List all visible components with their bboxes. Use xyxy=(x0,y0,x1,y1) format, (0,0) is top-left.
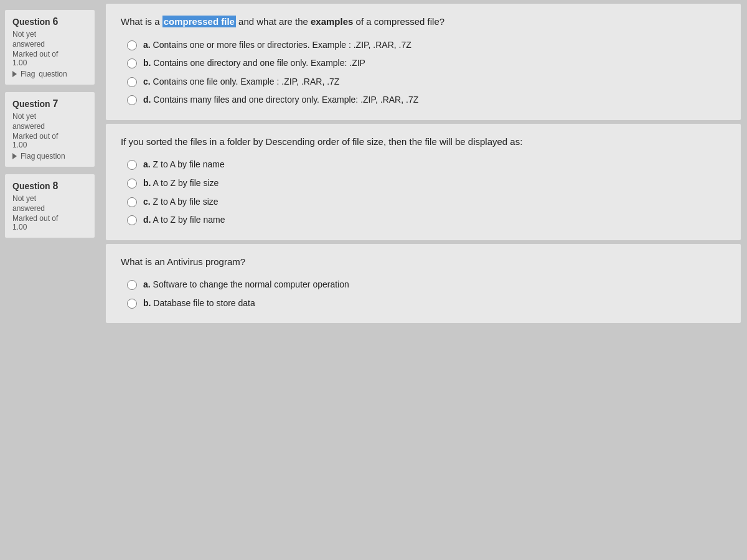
option-8-a: a. Software to change the normal compute… xyxy=(127,279,726,291)
radio-6-b[interactable] xyxy=(127,58,137,68)
sidebar-question-7: Question 7 Not yet answered Marked out o… xyxy=(5,92,95,167)
sidebar-q7-marked: Marked out of xyxy=(12,132,87,141)
option-6-a: a. Contains one or more files or directo… xyxy=(127,39,726,52)
sidebar-q6-label: Question 6 xyxy=(12,16,87,27)
question-7-text: If you sorted the files in a folder by D… xyxy=(121,135,726,149)
radio-6-c[interactable] xyxy=(127,77,137,87)
radio-6-d[interactable] xyxy=(127,95,137,105)
sidebar-q6-status1: Not yet xyxy=(12,30,87,39)
radio-6-a[interactable] xyxy=(127,40,137,50)
radio-8-a[interactable] xyxy=(127,280,137,290)
radio-8-b[interactable] xyxy=(127,299,137,309)
question-6-text: What is a compressed file and what are t… xyxy=(121,15,726,29)
main-content: What is a compressed file and what are t… xyxy=(100,0,747,560)
question-card-7: If you sorted the files in a folder by D… xyxy=(106,124,741,240)
sidebar-question-6: Question 6 Not yet answered Marked out o… xyxy=(5,10,95,85)
sidebar-q7-status1: Not yet xyxy=(12,112,87,121)
question-card-8: What is an Antivirus program? a. Softwar… xyxy=(106,244,741,324)
sidebar: Question 6 Not yet answered Marked out o… xyxy=(0,0,100,560)
flag-icon-7 xyxy=(12,153,17,159)
sidebar-question-8: Question 8 Not yet answered Marked out o… xyxy=(5,174,95,238)
sidebar-q7-flag[interactable]: Flag question xyxy=(12,152,87,161)
option-7-a: a. Z to A by file name xyxy=(127,159,726,171)
highlight-compressed: compressed file xyxy=(162,16,236,27)
option-6-c: c. Contains one file only. Example : .ZI… xyxy=(127,76,726,88)
question-8-options: a. Software to change the normal compute… xyxy=(121,279,726,309)
question-7-options: a. Z to A by file name b. A to Z by file… xyxy=(121,159,726,226)
option-8-b: b. Database file to store data xyxy=(127,297,726,310)
sidebar-q7-label: Question 7 xyxy=(12,98,87,110)
sidebar-q8-status2: answered xyxy=(12,204,87,213)
radio-7-c[interactable] xyxy=(127,197,137,207)
radio-7-b[interactable] xyxy=(127,179,137,189)
option-7-d: d. A to Z by file name xyxy=(127,214,726,226)
sidebar-q6-flag[interactable]: Flag question xyxy=(12,70,87,78)
sidebar-q7-marked-val: 1.00 xyxy=(12,141,87,149)
option-7-c: c. Z to A by file size xyxy=(127,196,726,208)
question-card-6: What is a compressed file and what are t… xyxy=(106,4,741,120)
sidebar-q8-marked-val: 1.00 xyxy=(12,223,87,231)
sidebar-q8-marked: Marked out of xyxy=(12,214,87,223)
sidebar-q7-status2: answered xyxy=(12,122,87,131)
question-6-options: a. Contains one or more files or directo… xyxy=(121,39,726,106)
sidebar-q6-marked-val: 1.00 xyxy=(12,58,87,67)
option-7-b: b. A to Z by file size xyxy=(127,177,726,190)
sidebar-q8-label: Question 8 xyxy=(12,180,87,192)
sidebar-q8-status1: Not yet xyxy=(12,194,87,203)
radio-7-d[interactable] xyxy=(127,215,137,225)
question-8-text: What is an Antivirus program? xyxy=(121,255,726,269)
option-6-b: b. Contains one directory and one file o… xyxy=(127,57,726,70)
sidebar-q6-marked: Marked out of xyxy=(12,50,87,58)
radio-7-a[interactable] xyxy=(127,160,137,170)
flag-icon-6 xyxy=(12,71,17,77)
sidebar-q6-status2: answered xyxy=(12,40,87,49)
option-6-d: d. Contains many files and one directory… xyxy=(127,94,726,106)
